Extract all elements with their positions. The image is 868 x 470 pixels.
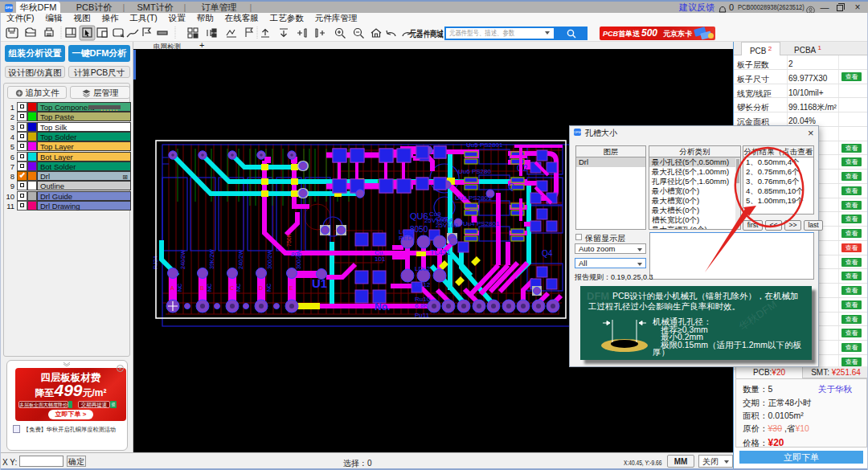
svg-text:6.8K: 6.8K (415, 302, 428, 309)
svg-text:RED: RED (399, 235, 412, 242)
svg-text:25V100uF: 25V100uF (424, 217, 454, 224)
svg-text:101: 101 (375, 255, 386, 263)
svg-text:NC: NC (177, 284, 182, 292)
svg-text:A: A (170, 285, 174, 291)
svg-text:Q: Q (508, 182, 514, 191)
svg-text:B: B (200, 285, 204, 291)
svg-text:39K/2W: 39K/2W (209, 249, 215, 269)
svg-text:750K: 750K (286, 233, 292, 247)
svg-text:NC: NC (207, 284, 212, 292)
svg-text:C: C (230, 285, 234, 291)
svg-text:Uu3 PS2801: Uu3 PS2801 (455, 194, 492, 202)
svg-text:Uu5 PS2801: Uu5 PS2801 (466, 141, 503, 149)
svg-text:TL431: TL431 (430, 248, 451, 256)
svg-text:240/2W: 240/2W (238, 249, 244, 269)
svg-text:LDu2: LDu2 (415, 265, 431, 272)
svg-text:300/2W: 300/2W (296, 249, 301, 269)
svg-text:Uu6 PS280: Uu6 PS280 (458, 168, 491, 175)
svg-text:No.: No. (375, 301, 390, 313)
svg-text:U1: U1 (312, 276, 327, 290)
svg-text:240/2W: 240/2W (180, 249, 186, 269)
svg-text:D: D (259, 285, 263, 291)
svg-text:E: E (289, 285, 293, 291)
svg-text:300/2W: 300/2W (267, 249, 272, 269)
svg-text:Uu4 PS2801: Uu4 PS2801 (463, 220, 500, 227)
svg-text:NC: NC (235, 284, 241, 292)
svg-text:Q4: Q4 (542, 249, 553, 258)
svg-text:Ru12: Ru12 (415, 281, 431, 288)
svg-text:NC: NC (266, 284, 272, 292)
